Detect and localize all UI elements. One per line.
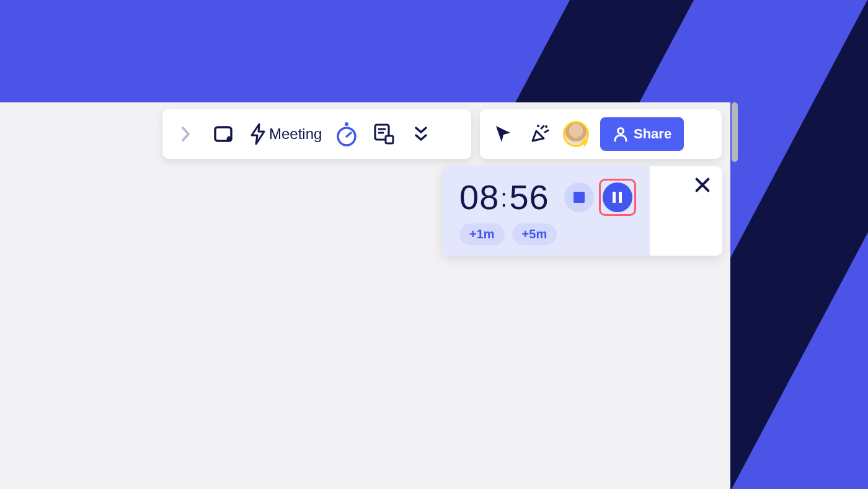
- person-icon: [613, 126, 629, 142]
- cursor-tool-button[interactable]: [491, 120, 516, 148]
- svg-line-4: [347, 133, 351, 137]
- main-toolbar: Meeting: [162, 109, 471, 159]
- collab-toolbar: Share: [480, 109, 722, 159]
- voting-tool-button[interactable]: [371, 120, 396, 148]
- lightning-icon: [248, 123, 268, 145]
- share-button[interactable]: Share: [600, 117, 684, 151]
- svg-point-13: [618, 128, 624, 134]
- frame-tool-button[interactable]: [211, 120, 236, 148]
- reactions-button[interactable]: [527, 120, 552, 148]
- meeting-label: Meeting: [269, 125, 322, 143]
- app-canvas: [0, 102, 730, 489]
- pause-icon: [613, 192, 622, 203]
- svg-line-10: [545, 130, 548, 132]
- timer-panel-side: [650, 166, 722, 256]
- facilitator-bolt-icon: [578, 137, 591, 149]
- svg-point-1: [227, 137, 232, 142]
- share-label: Share: [634, 126, 671, 142]
- frame-icon: [212, 123, 234, 145]
- meeting-button[interactable]: Meeting: [248, 120, 322, 148]
- pause-timer-button[interactable]: [603, 182, 632, 212]
- pause-button-highlight: [599, 179, 636, 216]
- timer-tool-button[interactable]: [334, 120, 359, 148]
- user-avatar[interactable]: [563, 121, 589, 147]
- scrollbar-thumb[interactable]: [732, 102, 738, 162]
- timer-minutes: 08: [459, 177, 499, 217]
- svg-point-12: [537, 125, 539, 127]
- timer-panel: 08:56 +1m +5m: [442, 166, 722, 256]
- cursor-icon: [493, 123, 514, 145]
- svg-point-11: [545, 125, 547, 128]
- timer-seconds: 56: [509, 177, 549, 217]
- stop-icon: [574, 192, 585, 203]
- expand-toolbar-button[interactable]: [174, 120, 198, 148]
- stop-timer-button[interactable]: [564, 182, 594, 212]
- double-chevron-down-icon: [414, 126, 428, 142]
- more-tools-button[interactable]: [409, 120, 433, 148]
- svg-point-3: [345, 122, 348, 126]
- chevron-right-icon: [181, 126, 191, 142]
- svg-rect-8: [386, 136, 393, 143]
- add-5m-button[interactable]: +5m: [512, 223, 557, 245]
- timer-display: 08:56: [459, 177, 549, 217]
- timer-icon: [335, 121, 358, 147]
- svg-line-9: [541, 126, 544, 128]
- add-1m-button[interactable]: +1m: [459, 223, 505, 245]
- timer-panel-body: 08:56 +1m +5m: [442, 166, 650, 256]
- poll-icon: [372, 122, 396, 146]
- party-popper-icon: [528, 122, 551, 146]
- close-icon[interactable]: [694, 176, 711, 194]
